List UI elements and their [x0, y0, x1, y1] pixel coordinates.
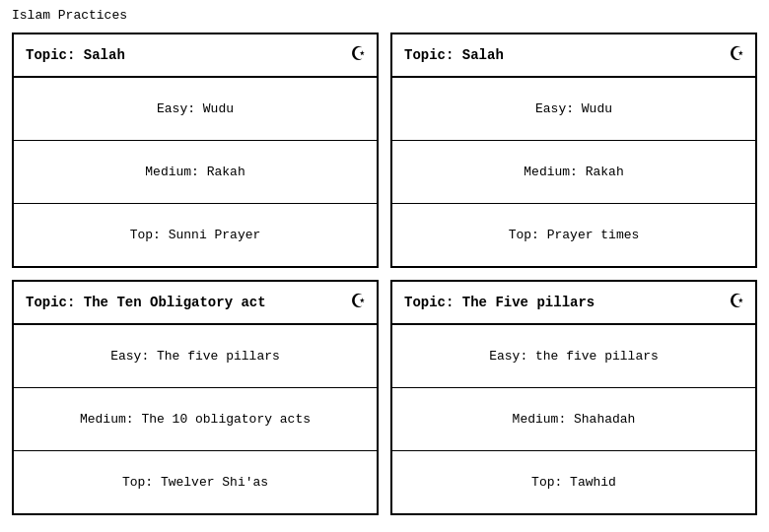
card-0-row-1: Medium: Rakah [14, 141, 377, 204]
crescent-icon-0: ☪ [352, 44, 365, 66]
card-topic-0: Topic: Salah [26, 47, 125, 63]
card-0: Topic: Salah☪Easy: WuduMedium: RakahTop:… [12, 33, 379, 268]
card-3: Topic: The Five pillars☪Easy: the five p… [390, 280, 757, 515]
card-1: Topic: Salah☪Easy: WuduMedium: RakahTop:… [390, 33, 757, 268]
crescent-icon-3: ☪ [731, 292, 743, 313]
card-3-row-2: Top: Tawhid [392, 451, 755, 513]
crescent-icon-1: ☪ [731, 44, 743, 66]
card-1-row-2: Top: Prayer times [392, 204, 755, 266]
card-topic-1: Topic: Salah [404, 47, 504, 63]
card-0-row-0: Easy: Wudu [14, 78, 377, 141]
card-header-3: Topic: The Five pillars☪ [392, 282, 755, 325]
card-0-row-2: Top: Sunni Prayer [14, 204, 377, 266]
card-2-row-1: Medium: The 10 obligatory acts [14, 388, 377, 451]
card-3-row-1: Medium: Shahadah [392, 388, 755, 451]
page-title: Islam Practices [12, 8, 757, 23]
card-1-row-0: Easy: Wudu [392, 78, 755, 141]
card-2-row-0: Easy: The five pillars [14, 325, 377, 388]
card-topic-2: Topic: The Ten Obligatory act [26, 295, 266, 310]
cards-grid: Topic: Salah☪Easy: WuduMedium: RakahTop:… [12, 33, 757, 515]
card-header-2: Topic: The Ten Obligatory act☪ [14, 282, 377, 325]
card-2: Topic: The Ten Obligatory act☪Easy: The … [12, 280, 379, 515]
crescent-icon-2: ☪ [352, 292, 365, 313]
card-header-0: Topic: Salah☪ [14, 34, 377, 78]
card-header-1: Topic: Salah☪ [392, 34, 755, 78]
card-3-row-0: Easy: the five pillars [392, 325, 755, 388]
card-topic-3: Topic: The Five pillars [404, 295, 594, 310]
card-2-row-2: Top: Twelver Shi'as [14, 451, 377, 513]
card-1-row-1: Medium: Rakah [392, 141, 755, 204]
